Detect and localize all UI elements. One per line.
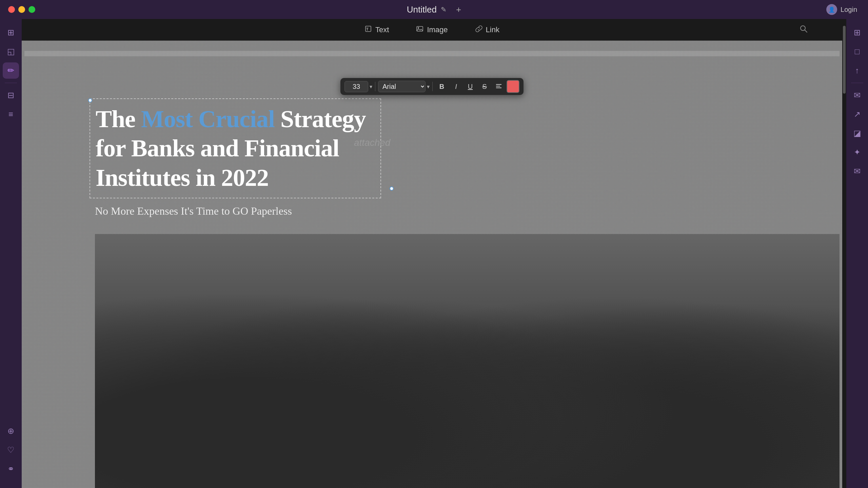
right-sidebar-grid[interactable]: ⊞	[849, 24, 865, 41]
sidebar-item-list[interactable]: ≡	[3, 106, 19, 122]
layout-icon: ⊟	[7, 91, 14, 100]
traffic-lights	[8, 6, 35, 13]
svg-point-3	[418, 27, 419, 28]
right-sidebar-share[interactable]: ↗	[849, 106, 865, 122]
message-icon: ✉	[854, 167, 861, 176]
sidebar-item-links[interactable]: ⚭	[3, 461, 19, 477]
sidebar-item-layers[interactable]: ⊕	[3, 423, 19, 439]
italic-button[interactable]: I	[450, 80, 462, 93]
font-family-dropdown-icon[interactable]: ▾	[427, 83, 430, 90]
sidebar-item-favorites[interactable]: ♡	[3, 442, 19, 458]
photo-content	[95, 234, 840, 488]
upload-icon: ↑	[855, 66, 859, 75]
format-toolbar: 33 ▾ Arial Georgia Helvetica ▾ B I U S	[340, 78, 524, 95]
login-button[interactable]: 👤 Login	[826, 4, 857, 15]
right-sidebar-effects[interactable]: ✦	[849, 144, 865, 160]
right-sidebar: ⊞ □ ↑ ✉ ↗ ◪ ✦ ✉	[846, 19, 868, 488]
bookmark-icon: ♡	[7, 445, 15, 455]
heading-highlight: Most Crucial	[141, 105, 275, 133]
font-size-input[interactable]: 33	[344, 81, 368, 92]
link-icon: ⚭	[7, 464, 14, 474]
maximize-button[interactable]	[28, 6, 35, 13]
login-label: Login	[841, 6, 857, 14]
left-sidebar: ⊞ ◱ ✏ ⊟ ≡ ⊕ ♡ ⚭	[0, 19, 22, 488]
close-button[interactable]	[8, 6, 15, 13]
toolbar-link-button[interactable]: Link	[470, 22, 505, 37]
heading-text: The Most Crucial Strategy for Banks and …	[96, 104, 375, 192]
format-divider-2	[432, 82, 433, 91]
sidebar-item-pages[interactable]: ◱	[3, 43, 19, 60]
right-sidebar-upload[interactable]: ↑	[849, 62, 865, 79]
title-section: Untitled ✎ +	[407, 4, 461, 15]
font-size-dropdown-icon[interactable]: ▾	[370, 83, 372, 90]
bold-button[interactable]: B	[435, 80, 448, 93]
attached-label: attached	[354, 137, 390, 148]
email-icon: ✉	[854, 91, 861, 100]
pages-icon: ◱	[7, 47, 15, 56]
strikethrough-button[interactable]: S	[478, 80, 491, 93]
text-tool-icon: T	[364, 25, 372, 35]
minimize-button[interactable]	[18, 6, 25, 13]
right-sidebar-message[interactable]: ✉	[849, 163, 865, 179]
attached-text: attached	[354, 137, 390, 148]
add-tab-button[interactable]: +	[456, 4, 461, 15]
link-tool-label: Link	[486, 25, 499, 34]
image-frame-icon: ◪	[853, 129, 861, 138]
sidebar-item-dashboard[interactable]: ⊞	[3, 24, 19, 41]
sidebar-bottom: ⊕ ♡ ⚭	[3, 423, 19, 477]
font-family-select[interactable]: Arial Georgia Helvetica	[378, 81, 426, 92]
layers-icon: ⊕	[7, 426, 14, 436]
toolbar-text-button[interactable]: T Text	[359, 22, 394, 37]
scrollbar[interactable]	[842, 19, 846, 488]
share-icon: ↗	[854, 110, 861, 119]
heading-part1: The	[96, 105, 141, 133]
image-tool-icon	[416, 25, 423, 35]
dashboard-icon: ⊞	[7, 28, 14, 37]
search-button[interactable]	[799, 24, 808, 36]
selection-handle-left[interactable]	[88, 98, 92, 102]
edit-icon: ✏	[7, 66, 14, 75]
svg-rect-2	[417, 26, 423, 31]
underline-button[interactable]: U	[464, 80, 477, 93]
right-sidebar-divider	[851, 83, 863, 83]
right-sidebar-image-frame[interactable]: ◪	[849, 125, 865, 141]
sidebar-item-edit[interactable]: ✏	[3, 62, 19, 79]
frame-icon: □	[855, 47, 860, 56]
selection-handle-right[interactable]	[390, 187, 394, 191]
text-block[interactable]: The Most Crucial Strategy for Banks and …	[90, 98, 381, 198]
link-tool-icon	[475, 25, 482, 35]
sidebar-item-layout[interactable]: ⊟	[3, 87, 19, 103]
right-sidebar-email[interactable]: ✉	[849, 87, 865, 103]
scrollbar-thumb[interactable]	[843, 26, 846, 94]
subtitle-text: No More Expenses It's Time to GO Paperle…	[95, 205, 292, 217]
svg-line-5	[805, 30, 807, 32]
titlebar: Untitled ✎ + 👤 Login	[0, 0, 868, 19]
user-avatar: 👤	[826, 4, 837, 15]
edit-title-icon[interactable]: ✎	[441, 5, 447, 14]
effects-icon: ✦	[854, 148, 861, 157]
right-sidebar-frame[interactable]: □	[849, 43, 865, 60]
top-toolbar: T Text Image Link	[22, 19, 842, 41]
grid-icon: ⊞	[854, 28, 861, 37]
subtitle-content: No More Expenses It's Time to GO Paperle…	[95, 205, 292, 217]
canvas-area: 33 ▾ Arial Georgia Helvetica ▾ B I U S T…	[22, 41, 842, 488]
svg-text:T: T	[366, 27, 369, 31]
text-color-button[interactable]	[507, 80, 519, 93]
align-button[interactable]	[492, 80, 505, 93]
image-tool-label: Image	[427, 25, 448, 34]
text-tool-label: Text	[375, 25, 389, 34]
toolbar-image-button[interactable]: Image	[411, 22, 453, 37]
list-icon: ≡	[8, 110, 13, 119]
format-divider-1	[375, 82, 375, 91]
photo-area	[95, 234, 840, 488]
sidebar-divider	[5, 83, 17, 83]
page-top-bar	[24, 51, 840, 56]
document-title[interactable]: Untitled	[407, 4, 437, 15]
